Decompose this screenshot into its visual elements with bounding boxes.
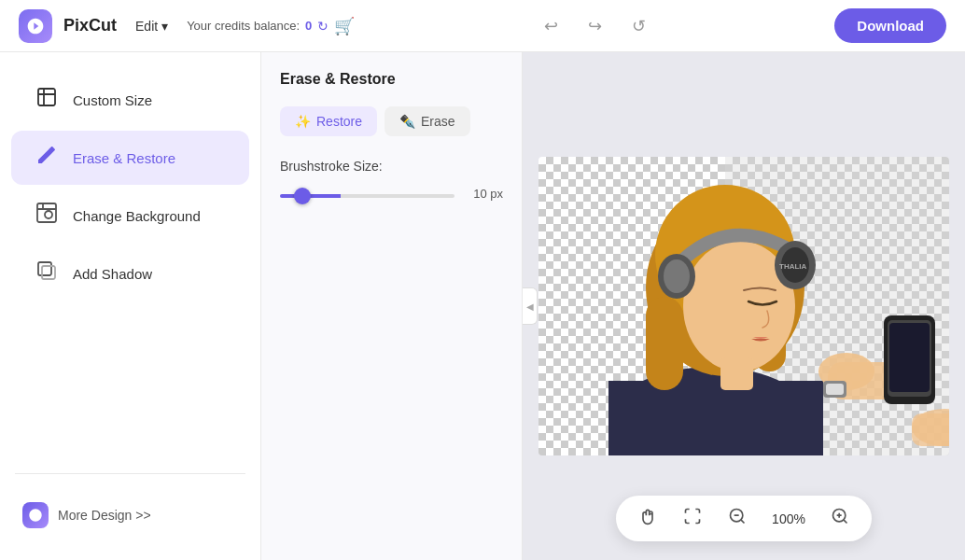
more-design-label: More Design >>: [58, 508, 151, 523]
change-background-icon: [34, 202, 60, 230]
header-left: PixCut Edit ▾ Your credits balance: 0 ↻ …: [19, 9, 355, 43]
mode-buttons: ✨ Restore ✒️ Erase: [280, 106, 503, 136]
brush-size-slider[interactable]: [280, 194, 455, 198]
svg-rect-4: [42, 266, 55, 279]
svg-rect-11: [608, 381, 823, 455]
refresh-icon[interactable]: ↻: [317, 19, 329, 34]
image-container: THALIA: [538, 157, 949, 455]
sidebar-divider: [15, 473, 245, 474]
svg-rect-1: [37, 203, 56, 222]
sidebar-item-add-shadow[interactable]: Add Shadow: [11, 246, 249, 301]
main-content: Custom Size Erase & Restore Change Backg…: [0, 52, 965, 560]
custom-size-icon: [34, 86, 60, 114]
svg-rect-0: [38, 89, 55, 105]
collapse-panel-handle[interactable]: ◀: [523, 287, 538, 325]
svg-rect-17: [720, 357, 753, 390]
svg-rect-27: [889, 323, 930, 392]
svg-point-2: [45, 211, 52, 218]
svg-rect-14: [646, 297, 683, 390]
header-nav: ↩ ↪ ↺: [538, 10, 651, 42]
svg-rect-3: [38, 262, 51, 275]
brush-size-value: 10 px: [466, 187, 503, 201]
restore-button[interactable]: ✨ Restore: [280, 106, 377, 136]
fit-view-button[interactable]: [679, 503, 706, 534]
sidebar-item-erase-restore[interactable]: Erase & Restore: [11, 131, 249, 185]
canvas-toolbar: 100%: [616, 496, 872, 541]
zoom-level-display: 100%: [769, 511, 808, 526]
add-shadow-icon: [34, 259, 60, 287]
credits-info: Your credits balance: 0 ↻ 🛒: [187, 16, 355, 36]
header: PixCut Edit ▾ Your credits balance: 0 ↻ …: [0, 0, 965, 52]
sidebar-item-custom-size-label: Custom Size: [73, 92, 152, 108]
app-logo: [19, 9, 52, 43]
download-button[interactable]: Download: [834, 8, 946, 43]
hand-tool-button[interactable]: [635, 503, 661, 534]
svg-point-19: [664, 259, 690, 293]
erase-button[interactable]: ✒️ Erase: [385, 106, 470, 136]
credits-value: 0: [305, 19, 312, 33]
erase-restore-panel: Erase & Restore ✨ Restore ✒️ Erase Brush…: [261, 52, 523, 560]
sidebar-item-erase-restore-label: Erase & Restore: [73, 150, 175, 166]
undo-icon[interactable]: ↩: [538, 10, 564, 42]
svg-rect-31: [912, 413, 949, 446]
redo-icon[interactable]: ↪: [582, 10, 608, 42]
app-name: PixCut: [63, 16, 117, 35]
more-design-logo: [22, 502, 49, 528]
svg-text:THALIA: THALIA: [779, 262, 807, 271]
svg-rect-29: [826, 384, 844, 395]
brushstroke-label: Brushstroke Size:: [280, 159, 503, 174]
edit-menu[interactable]: Edit ▾: [128, 15, 175, 37]
more-design-link[interactable]: More Design >>: [0, 489, 260, 541]
sidebar-item-change-background-label: Change Background: [73, 208, 201, 224]
cart-icon[interactable]: 🛒: [334, 16, 355, 36]
sidebar-item-add-shadow-label: Add Shadow: [73, 266, 152, 282]
zoom-in-button[interactable]: [827, 503, 853, 534]
brush-size-slider-row: 10 px: [280, 185, 503, 202]
reset-icon[interactable]: ↺: [626, 10, 651, 42]
sidebar-item-custom-size[interactable]: Custom Size: [11, 73, 249, 127]
erase-restore-icon: [34, 144, 60, 172]
brush-slider-container: [280, 185, 455, 202]
chevron-down-icon: ▾: [161, 19, 168, 34]
canvas-area: ◀: [523, 52, 965, 560]
panel-title: Erase & Restore: [280, 71, 503, 88]
sidebar: Custom Size Erase & Restore Change Backg…: [0, 52, 261, 560]
sidebar-item-change-background[interactable]: Change Background: [11, 189, 249, 243]
zoom-out-button[interactable]: [724, 503, 750, 534]
canvas-image: THALIA: [538, 157, 949, 455]
erase-icon: ✒️: [399, 114, 415, 129]
restore-icon: ✨: [295, 114, 311, 129]
